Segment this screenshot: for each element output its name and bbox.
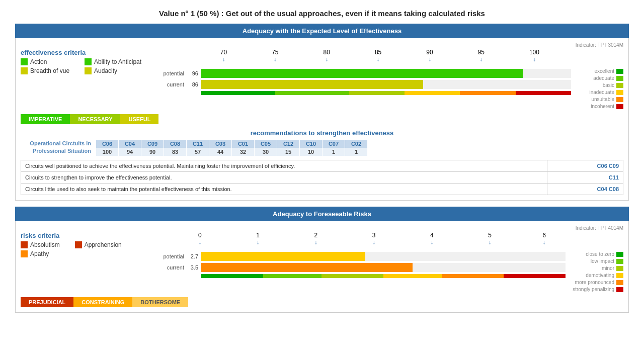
circuit-val-83: 83 [164,148,186,156]
legend-label-adequate: adequate [593,75,614,81]
legend-label-minor: minor [602,265,614,271]
tick-100: 100 ↓ [529,49,539,63]
legend-label-incoherent: incoherent [591,104,614,109]
risk-tick-label-4: 4 [430,232,434,239]
criteria-label-absolutism: Absolutism [30,241,60,248]
risks-top-area: risks criteria Absolutism Apathy [21,232,623,292]
bar-label-current-risk: current [162,264,184,270]
circuit-header-c04: C04 [119,140,141,148]
tick-label-70: 70 [220,49,227,56]
circuit-val-1a: 1 [323,148,345,156]
bar-value-current-eff: 86 [187,81,198,87]
bar-row-current-risk: current 3.5 [162,263,566,272]
bar-value-current-risk: 3.5 [187,264,198,270]
circuit-header-c07: C07 [323,140,345,148]
risk-tick-label-1: 1 [256,232,260,239]
risks-criteria-area: risks criteria Absolutism Apathy [21,232,162,292]
tick-arrow-85: ↓ [377,56,380,63]
bar-outer-current-risk [201,263,566,272]
bar-gradient-eff [201,91,571,95]
risk-tick-label-0: 0 [198,232,202,239]
tick-arrow-75: ↓ [274,56,277,63]
bar-row-indicators-eff [162,91,571,95]
page-title: Value n° 1 (50 %) : Get out of the usual… [0,0,644,24]
tick-label-90: 90 [426,49,433,56]
effectiveness-criteria-title: effectiveness criteria [21,49,162,56]
circuit-val-15: 15 [277,148,299,156]
tick-arrow-95: ↓ [479,56,482,63]
legend-demotivating: demotivating [573,273,623,278]
tick-arrow-90: ↓ [428,56,431,63]
legend-spacer [578,49,623,67]
tag-bothersome: BOTHERSOME [132,297,188,307]
tick-label-100: 100 [529,49,539,56]
criteria-item-anticipate: Ability to Anticipat [85,58,141,65]
bar-value-potential-risk: 2.7 [187,253,198,259]
risks-legend-right: close to zero low impact minor demotivat… [573,232,623,292]
legend-basic: basic [578,82,623,88]
risk-tick-2: 2 ↓ [314,232,317,246]
circuits-label: Operational Circtuits In Professional Si… [21,140,91,155]
bar-indicators-area-risk [201,274,566,278]
circuit-val-10: 10 [300,148,322,156]
risks-criteria-col-left: Absolutism Apathy [21,241,60,257]
criteria-label-apathy: Apathy [30,250,49,257]
circuit-val-94: 94 [119,148,141,156]
legend-more-pronounced: more pronounced [573,280,623,285]
apprehension-color [75,241,82,248]
bar-label-potential-eff: potential [162,70,184,76]
risk-tick-4: 4 ↓ [430,232,434,246]
tick-label-75: 75 [272,49,278,56]
rec-codes-3: C04 C08 [547,184,623,195]
circuit-header-c12: C12 [277,140,299,148]
legend-label-strongly-penalizing: strongly penalizing [573,287,614,292]
criteria-item-action: Action [21,58,69,65]
criteria-item-breadth: Breadth of vue [21,67,69,74]
risk-tick-label-2: 2 [314,232,317,239]
circuits-header-row: C06 C04 C09 C08 C11 C03 C01 C05 C12 C10 … [96,140,367,148]
bar-inner-potential-risk [201,252,365,261]
risk-tick-3: 3 ↓ [372,232,376,246]
bar-row-potential-risk: potential 2.7 [162,252,566,261]
bar-outer-current-eff [201,80,571,89]
tick-70: 70 ↓ [220,49,227,63]
risks-chart: 0 ↓ 1 ↓ 2 ↓ 3 ↓ [162,232,566,278]
tick-arrow-100: ↓ [533,56,536,63]
criteria-item-audacity: Audacity [85,67,141,74]
legend-incoherent: incoherent [578,104,623,109]
circuit-val-90: 90 [141,148,164,156]
legend-box-unsuitable [616,97,623,102]
risk-tick-arrow-2: ↓ [314,239,317,246]
tag-constraining: CONSTRAINING [73,297,132,307]
legend-label-more-pronounced: more pronounced [575,280,614,285]
tick-label-80: 80 [324,49,330,56]
tag-prejudicial: PREJUDICIAL [21,297,73,307]
risk-tick-arrow-3: ↓ [372,239,375,246]
criteria-item-absolutism: Absolutism [21,241,60,248]
risk-tick-arrow-5: ↓ [488,239,491,246]
tick-arrow-80: ↓ [325,56,328,63]
criteria-label-action: Action [30,58,47,65]
bar-outer-potential-eff [201,69,571,78]
circuits-table-wrapper: C06 C04 C09 C08 C11 C03 C01 C05 C12 C10 … [96,140,367,156]
effectiveness-tags: IMPERATIVE NECESSARY USEFUL [21,114,623,124]
legend-adequate: adequate [578,75,623,81]
circuit-header-c11: C11 [187,140,209,148]
bar-row-indicators-risk [162,274,566,278]
risks-legend-spacer [573,232,623,250]
recommendation-table: Circuits well positioned to achieve the … [21,160,623,195]
rec-row-3: Circuits little used to also seek to mai… [21,184,623,195]
legend-label-close-to-zero: close to zero [586,251,614,257]
risk-tick-6: 6 ↓ [542,232,546,246]
circuit-val-100: 100 [96,148,118,156]
circuit-val-57: 57 [187,148,209,156]
risks-section: Adequacy to Foreseeable Risks Indicator:… [0,207,644,313]
tick-arrow-70: ↓ [222,56,225,63]
legend-label-basic: basic [603,82,614,88]
circuits-label-line2: Professional Situation [33,148,91,154]
tick-90: 90 ↓ [426,49,433,63]
risks-tags: PREJUDICIAL CONSTRAINING BOTHERSOME [21,297,623,307]
rec-text-1: Circuits well positioned to achieve the … [21,160,547,172]
effectiveness-section-header: Adequacy with the Expected Level of Effe… [15,24,629,38]
rec-row-1: Circuits well positioned to achieve the … [21,160,623,172]
